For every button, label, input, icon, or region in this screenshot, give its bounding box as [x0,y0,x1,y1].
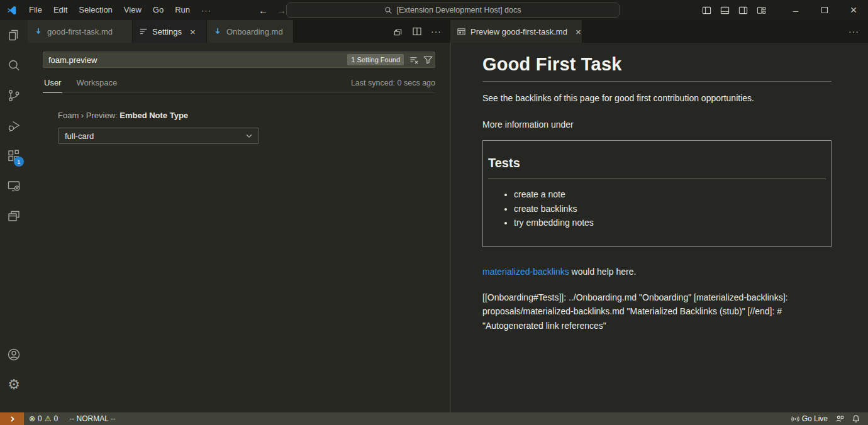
markdown-file-icon [213,27,222,36]
setting-row-embed-note-type: Foam › Preview: Embed Note Type full-car… [58,111,450,144]
preview-heading: Good First Task [482,54,832,82]
split-editor-icon[interactable] [412,26,422,36]
toggle-secondary-sidebar-icon[interactable] [738,5,748,15]
tab-onboarding[interactable]: Onboarding.md [207,20,294,43]
back-icon[interactable]: ← [259,5,268,16]
tab-preview-good-first-task[interactable]: Preview good-first-task.md × [450,20,582,43]
list-item: try embedding notes [514,216,826,230]
menu-go[interactable]: Go [147,0,169,20]
editor-group-1-tabbar: good-first-task.md Settings × Onboarding… [28,20,450,43]
setting-category: Foam › Preview: [58,111,120,120]
editor-group-2-actions: ··· [849,20,868,43]
error-icon: ⊗ [29,415,35,422]
tab-settings[interactable]: Settings × [133,20,207,43]
settings-editor-icon [139,27,148,36]
tab-label: Preview good-first-task.md [470,27,567,36]
markdown-preview: Good First Task See the backlinks of thi… [450,43,868,412]
remote-explorer-icon[interactable] [0,171,28,201]
embedded-note-title: Tests [488,156,826,179]
tab-label: Settings [152,27,182,36]
setting-name: Embed Note Type [120,111,188,120]
more-actions-icon[interactable]: ··· [849,26,859,36]
close-tab-icon[interactable]: × [190,27,196,36]
command-center-label: [Extension Development Host] docs [396,6,521,14]
menu-selection[interactable]: Selection [73,0,118,20]
editor-group-1-actions: ··· [392,20,450,43]
filter-icon[interactable] [423,55,433,65]
editor-group-2-tabbar: Preview good-first-task.md × ··· [450,20,868,43]
embed-note-type-dropdown[interactable]: full-card [58,128,259,144]
windows-panel-view-icon[interactable] [0,201,28,231]
tab-label: Onboarding.md [226,27,283,36]
scope-tab-workspace[interactable]: Workspace [75,78,118,92]
run-debug-icon[interactable] [0,111,28,141]
activity-bar: 1 ⚙ [0,20,28,412]
search-view-icon[interactable] [0,50,28,80]
menu-view[interactable]: View [118,0,147,20]
link-references-paragraph: [[Onboarding#Tests]]: ../Onboarding.md "… [482,290,807,333]
clear-settings-search-icon[interactable] [409,55,419,65]
markdown-file-icon [34,27,43,36]
markdown-preview-icon [457,27,466,36]
extensions-icon[interactable]: 1 [0,141,28,171]
menu-file[interactable]: File [23,0,48,20]
go-live-label: Go Live [802,414,828,423]
minimize-button[interactable]: – [781,0,810,20]
forward-icon[interactable]: → [277,5,286,16]
go-live-button[interactable]: Go Live [787,412,832,425]
command-center-search[interactable]: [Extension Development Host] docs [286,3,620,18]
menu-run[interactable]: Run [169,0,196,20]
settings-scope-tabs: User Workspace Last synced: 0 secs ago [43,74,435,93]
vim-mode-indicator[interactable]: -- NORMAL -- [65,412,120,425]
maximize-icon [821,7,828,13]
maximize-button[interactable] [810,0,839,20]
explorer-icon[interactable] [0,20,28,50]
menu-more-ellipsis-icon[interactable]: ··· [196,6,217,15]
vscode-window: File Edit Selection View Go Run ··· ← → … [0,0,868,425]
search-icon [384,6,392,14]
more-actions-icon[interactable]: ··· [431,26,442,36]
warning-icon: ⚠ [45,415,52,422]
preview-intro-paragraph: See the backlinks of this page for good … [482,93,832,103]
close-tab-icon[interactable]: × [576,27,581,36]
activity-bar-bottom: ⚙ [0,339,28,400]
feedback-icon[interactable] [832,412,848,425]
backlink-paragraph: materialized-backlinks would help here. [482,267,832,277]
vscode-logo-icon [6,4,17,16]
preview-more-info-paragraph: More information under [482,119,832,130]
titlebar-right-controls: – × [701,0,868,20]
setting-title: Foam › Preview: Embed Note Type [58,111,450,120]
notifications-bell-icon[interactable] [848,412,864,425]
error-count: 0 [38,414,42,423]
accounts-icon[interactable] [0,339,28,370]
problems-status[interactable]: ⊗ 0 ⚠ 0 [25,412,62,425]
toggle-primary-sidebar-icon[interactable] [701,5,711,15]
materialized-backlinks-link[interactable]: materialized-backlinks [482,267,569,277]
tab-good-first-task[interactable]: good-first-task.md [28,20,133,43]
list-item: create a note [514,187,826,202]
close-window-button[interactable]: × [839,0,868,20]
remote-indicator[interactable] [0,412,24,425]
menu-edit[interactable]: Edit [48,0,73,20]
scope-tab-user[interactable]: User [43,78,62,93]
dropdown-value: full-card [65,131,94,141]
title-bar: File Edit Selection View Go Run ··· ← → … [0,0,868,20]
open-changes-icon[interactable] [392,26,403,37]
status-bar-right: Go Live [787,412,868,425]
settings-editor: 1 Setting Found User Workspace Last sync… [28,43,450,412]
embedded-note-list: create a note create backlinks try embed… [488,187,826,230]
source-control-icon[interactable] [0,80,28,111]
link-tail-text: would help here. [569,267,637,277]
settings-gear-icon[interactable]: ⚙ [0,370,28,400]
extensions-badge: 1 [14,157,24,167]
warning-count: 0 [54,414,58,423]
history-navigation: ← → [259,5,286,16]
list-item: create backlinks [514,202,826,216]
customize-layout-icon[interactable] [756,5,766,15]
menu-bar: File Edit Selection View Go Run ··· [23,0,217,20]
last-synced-label: Last synced: 0 secs ago [351,79,435,92]
chevron-down-icon [245,131,253,140]
toggle-panel-icon[interactable] [720,5,730,15]
settings-search-row: 1 Setting Found [43,52,435,68]
settings-results-badge: 1 Setting Found [347,54,404,65]
